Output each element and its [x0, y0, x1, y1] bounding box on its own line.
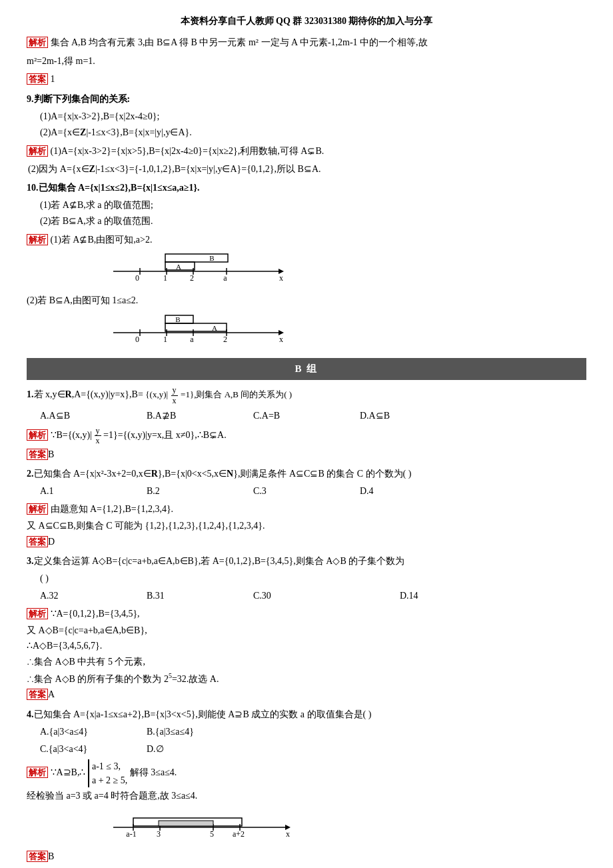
q2-analysis-line2: 又 A⊆C⊆B,则集合 C 可能为 {1,2},{1,2,3},{1,2,4},…: [27, 518, 586, 534]
svg-text:B: B: [209, 254, 214, 262]
q3-analysis-line4: ∴集合 A◇B 中共有 5 个元素,: [27, 654, 586, 670]
label-analysis-q3: 解析: [27, 608, 48, 619]
q9-item2: (2)A={x∈Z|-1≤x<3},B={x|x=|y|,y∈A}.: [40, 125, 586, 141]
svg-text:x: x: [279, 335, 283, 344]
q3-analysis-line2: 又 A◇B={c|c=a+b,a∈A,b∈B},: [27, 623, 586, 639]
section-header-b: B 组: [27, 358, 586, 381]
q3-options: A.32 B.31 C.30 D.14: [40, 588, 586, 604]
intro-analysis-text: 集合 A,B 均含有元素 3,由 B⊆A 得 B 中另一元素 m² 一定与 A …: [51, 37, 428, 47]
q9-analysis-block: 解析 (1)A={x|x-3>2}={x|x>5},B={x|2x-4≥0}={…: [27, 143, 586, 159]
intro-analysis-block: 解析 集合 A,B 均含有元素 3,由 B⊆A 得 B 中另一元素 m² 一定与…: [27, 35, 586, 51]
q3-analysis-block: 解析 ∵A={0,1,2},B={3,4,5},: [27, 606, 586, 622]
svg-text:A: A: [176, 263, 181, 271]
q1-options: A.A⊆B B.A⊉B C.A=B D.A⊆B: [40, 408, 586, 424]
q3-analysis-line3: ∴A◇B={3,4,5,6,7}.: [27, 638, 586, 654]
label-answer-intro: 答案: [27, 73, 48, 85]
q9-sol2-text: (2)因为 A={x∈Z|-1≤x<3}={-1,0,1,2},B={x|x=|…: [28, 161, 586, 177]
q4-block: 4.已知集合 A={x|a-1≤x≤a+2},B={x|3<x<5},则能使 A…: [27, 707, 586, 723]
label-answer-q1: 答案: [27, 449, 48, 460]
q3-block: 3.定义集合运算 A◇B={c|c=a+b,a∈A,b∈B},若 A={0,1,…: [27, 553, 586, 569]
svg-text:1: 1: [163, 335, 167, 344]
page-header: 本资料分享自千人教师 QQ 群 323031380 期待你的加入与分享: [27, 13, 586, 29]
q2-answer-block: 答案D: [27, 534, 586, 550]
label-analysis-q2: 解析: [27, 503, 48, 515]
svg-rect-13: [165, 254, 228, 262]
q3-paren: ( ): [40, 571, 586, 587]
svg-text:B: B: [175, 315, 180, 323]
svg-text:1: 1: [163, 273, 167, 283]
q4-options-row2: C.{a|3<a<4} D.∅: [40, 741, 586, 757]
label-analysis-intro: 解析: [27, 37, 48, 48]
number-line-q10-1: 0 1 2 a x A B: [107, 251, 586, 290]
svg-text:x: x: [286, 829, 290, 839]
label-answer-q4: 答案: [27, 851, 48, 862]
q3-analysis-line5: ∴集合 A◇B 的所有子集的个数为 25=32.故选 A.: [27, 670, 586, 687]
q10-sol2: (2)若 B⊆A,由图可知 1≤a≤2.: [27, 293, 586, 309]
q2-options: A.1 B.2 C.3 D.4: [40, 483, 586, 499]
q1-block: 1.若 x,y∈R,A={(x,y)|y=x},B= {(x,y)| y x =…: [27, 385, 586, 405]
svg-text:a: a: [223, 273, 227, 283]
number-line-q4: a-1 3 5 a+2 x: [107, 807, 586, 846]
label-answer-q3: 答案: [27, 689, 48, 700]
svg-text:2: 2: [223, 335, 227, 344]
q2-block: 2.已知集合 A={x|x²-3x+2=0,x∈R},B={x|0<x<5,x∈…: [27, 466, 586, 482]
svg-text:a-1: a-1: [126, 829, 136, 839]
svg-text:0: 0: [135, 335, 139, 344]
svg-text:2: 2: [190, 273, 194, 283]
q9-title: 9.判断下列集合间的关系:: [27, 91, 586, 107]
q9-item1: (1)A={x|x-3>2},B={x|2x-4≥0};: [40, 109, 586, 125]
q4-answer-block: 答案B: [27, 849, 586, 865]
q4-analysis-block: 解析 ∵A⊇B,∴ a-1 ≤ 3, a + 2 ≥ 5, 解得 3≤a≤4.: [27, 759, 586, 787]
q1-analysis-block: 解析 ∵B={(x,y)| y x =1}={(x,y)|y=x,且 x≠0},…: [27, 426, 586, 446]
q9-sol1-text: (1)A={x|x-3>2}={x|x>5},B={x|2x-4≥0}={x|x…: [51, 146, 324, 156]
q10-item1: (1)若 A⊈B,求 a 的取值范围;: [40, 197, 586, 213]
intro-analysis-line2: m²=2m-1,得 m=1.: [27, 53, 586, 69]
q4-analysis-line2: 经检验当 a=3 或 a=4 时符合题意,故 3≤a≤4.: [27, 788, 586, 804]
q1-answer-block: 答案B: [27, 447, 586, 463]
label-analysis-q4: 解析: [27, 767, 48, 778]
svg-text:3: 3: [157, 829, 161, 839]
svg-text:A: A: [212, 324, 217, 332]
label-analysis-q9: 解析: [27, 145, 48, 157]
q2-analysis-block: 解析 由题意知 A={1,2},B={1,2,3,4}.: [27, 501, 586, 517]
intro-answer-block: 答案 1: [27, 71, 586, 87]
svg-text:a+2: a+2: [233, 829, 245, 839]
q10-item2: (2)若 B⊆A,求 a 的取值范围.: [40, 213, 586, 229]
svg-rect-42: [159, 821, 213, 826]
q10-sol1: (1)若 A⊈B,由图可知,a>2.: [51, 235, 153, 245]
svg-rect-28: [165, 323, 227, 331]
axis-svg-q10-2: 0 1 a 2 x B A: [107, 313, 293, 346]
svg-text:a: a: [190, 335, 194, 344]
q10-analysis-block: 解析 (1)若 A⊈B,由图可知,a>2.: [27, 232, 586, 248]
svg-text:5: 5: [210, 829, 214, 839]
axis-svg-q10-1: 0 1 2 a x A B: [107, 251, 293, 285]
label-analysis-q1: 解析: [27, 429, 48, 441]
svg-text:0: 0: [135, 273, 139, 283]
label-answer-q2: 答案: [27, 536, 48, 547]
label-analysis-q10: 解析: [27, 234, 48, 245]
q10-title: 10.已知集合 A={x|1≤x≤2},B={x|1≤x≤a,a≥1}.: [27, 180, 586, 196]
axis-svg-q4: a-1 3 5 a+2 x: [107, 807, 306, 841]
svg-text:x: x: [279, 273, 283, 283]
q3-answer-block: 答案A: [27, 687, 586, 703]
q4-options-row1: A.{a|3<a≤4} B.{a|3≤a≤4}: [40, 724, 586, 740]
intro-answer-val: 1: [51, 74, 55, 84]
number-line-q10-2: 0 1 a 2 x B A: [107, 313, 586, 351]
